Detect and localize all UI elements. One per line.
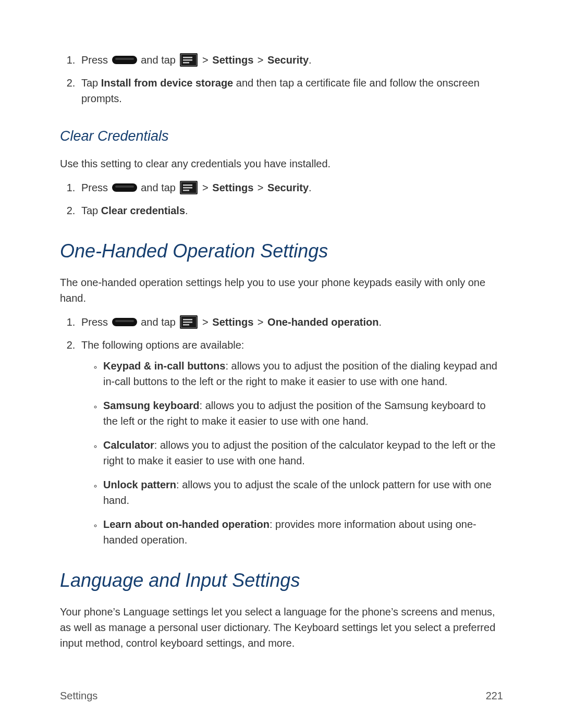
home-button-icon — [112, 55, 137, 65]
option-keypad-label: Keypad & in-call buttons — [103, 360, 225, 372]
svg-rect-18 — [183, 319, 192, 320]
text-settings: Settings — [212, 182, 253, 193]
one-handed-intro: The one-handed operation settings help y… — [60, 275, 503, 306]
svg-rect-13 — [183, 190, 189, 191]
document-page: Press and tap > Settings > — [0, 0, 563, 728]
footer-section: Settings — [60, 690, 97, 702]
option-calculator-desc: : allows you to adjust the position of t… — [103, 439, 496, 466]
text-and-tap: and tap — [141, 182, 178, 193]
svg-rect-4 — [183, 57, 192, 58]
text-one-handed-operation: One-handed operation — [267, 316, 378, 328]
option-unlock-label: Unlock pattern — [103, 479, 176, 490]
clear-credentials-heading: Clear Credentials — [60, 128, 503, 144]
text-and-tap: and tap — [141, 316, 178, 328]
text-period: . — [309, 54, 312, 66]
one-handed-options-list: Keypad & in-call buttons: allows you to … — [81, 358, 503, 548]
text-period: . — [378, 316, 382, 328]
one-handed-heading: One-Handed Operation Settings — [60, 240, 503, 262]
separator-gt: > — [256, 182, 267, 193]
text-period: . — [309, 182, 312, 193]
text-and-tap: and tap — [141, 54, 178, 66]
option-unlock-pattern: Unlock pattern: allows you to adjust the… — [102, 477, 503, 508]
text-install-from-device: Install from device storage — [101, 77, 233, 89]
text-clear-credentials: Clear credentials — [101, 205, 185, 216]
svg-rect-8 — [115, 186, 134, 188]
install-step-2: Tap Install from device storage and then… — [78, 75, 503, 106]
svg-rect-6 — [183, 62, 189, 64]
option-calculator: Calculator: allows you to adjust the pos… — [102, 437, 503, 468]
text-prefix: Tap — [81, 77, 101, 89]
text-settings: Settings — [212, 54, 253, 66]
one-handed-step-1: Press and tap > Settings > — [78, 314, 503, 330]
text-press: Press — [81, 316, 108, 328]
text-prefix: Tap — [81, 205, 101, 216]
svg-rect-5 — [183, 59, 192, 61]
separator-gt: > — [201, 54, 212, 66]
svg-rect-1 — [115, 58, 134, 60]
clear-credentials-intro: Use this setting to clear any credential… — [60, 156, 503, 171]
language-input-heading: Language and Input Settings — [60, 570, 503, 591]
text-security: Security — [267, 182, 309, 193]
install-steps-list: Press and tap > Settings > — [60, 52, 503, 106]
home-button-icon — [112, 182, 137, 193]
page-footer: Settings 221 — [60, 690, 503, 702]
text-press: Press — [81, 182, 108, 193]
clear-step-2: Tap Clear credentials. — [78, 203, 503, 218]
separator-gt: > — [256, 54, 267, 66]
footer-page-number: 221 — [486, 690, 503, 702]
menu-icon — [180, 315, 198, 329]
install-step-1: Press and tap > Settings > — [78, 52, 503, 68]
svg-rect-12 — [183, 187, 192, 189]
home-button-icon — [112, 317, 137, 327]
svg-rect-11 — [183, 184, 192, 186]
text-period: . — [185, 205, 188, 216]
step2-intro: The following options are available: — [81, 339, 244, 351]
svg-rect-15 — [115, 320, 134, 322]
text-press: Press — [81, 54, 108, 66]
svg-rect-20 — [183, 324, 189, 326]
menu-icon — [180, 53, 198, 67]
option-calculator-label: Calculator — [103, 439, 154, 451]
option-keypad: Keypad & in-call buttons: allows you to … — [102, 358, 503, 389]
option-learn-label: Learn about on-handed operation — [103, 519, 270, 530]
separator-gt: > — [256, 316, 267, 328]
separator-gt: > — [201, 316, 212, 328]
one-handed-step-2: The following options are available: Key… — [78, 337, 503, 548]
clear-step-1: Press and tap > Settings > — [78, 180, 503, 195]
language-input-intro: Your phone’s Language settings let you s… — [60, 604, 503, 651]
svg-rect-19 — [183, 322, 192, 323]
menu-icon — [180, 181, 198, 194]
option-samsung-label: Samsung keyboard — [103, 400, 200, 411]
separator-gt: > — [201, 182, 212, 193]
option-samsung-keyboard: Samsung keyboard: allows you to adjust t… — [102, 398, 503, 429]
option-learn: Learn about on-handed operation: provide… — [102, 516, 503, 548]
text-security: Security — [267, 54, 309, 66]
text-settings: Settings — [212, 316, 253, 328]
clear-credentials-steps: Press and tap > Settings > — [60, 180, 503, 218]
one-handed-steps: Press and tap > Settings > — [60, 314, 503, 548]
